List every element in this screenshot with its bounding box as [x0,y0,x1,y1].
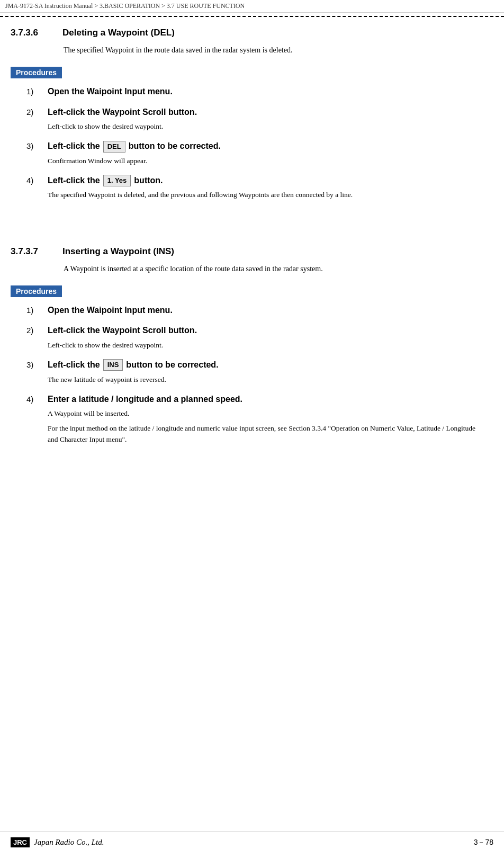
step-376-2-num: 2) [26,106,48,117]
section-377-desc: A Waypoint is inserted at a specific loc… [64,263,483,275]
step-377-2: 2) Left-click the Waypoint Scroll button… [26,325,483,351]
section-377-heading: 3.7.3.7 Inserting a Waypoint (INS) [11,246,483,257]
step-377-3-sub: The new latitude of waypoint is reversed… [48,374,483,385]
step-376-4: 4) Left-click the 1. Yes button. The spe… [26,175,483,201]
step-377-1: 1) Open the Waipoint Input menu. [26,305,483,316]
section-377-number: 3.7.3.7 [11,246,53,257]
step-376-3-suffix: button to be corrected. [129,140,221,152]
step-377-2-content: Left-click the Waypoint Scroll button. L… [48,325,483,351]
step-377-4-num: 4) [26,394,48,404]
step-376-2: 2) Left-click the Waypoint Scroll button… [26,106,483,132]
step-377-3-main: Left-click the INS button to be correcte… [48,359,483,371]
step-377-3: 3) Left-click the INS button to be corre… [26,359,483,385]
page-number: 3－78 [474,838,493,847]
step-376-2-content: Left-click the Waypoint Scroll button. L… [48,106,483,132]
section-376-number: 3.7.3.6 [11,28,53,38]
ins-button-inline[interactable]: INS [103,359,123,371]
section-376-desc: The specified Waypoint in the route data… [64,44,483,56]
step-376-4-num: 4) [26,175,48,185]
jrc-label: JRC [11,837,30,847]
step-376-1-num: 1) [26,86,48,96]
step-376-3-num: 3) [26,140,48,150]
step-376-4-prefix: Left-click the [48,175,100,186]
section-377-title: Inserting a Waypoint (INS) [62,246,174,257]
step-377-1-main: Open the Waipoint Input menu. [48,305,483,316]
step-376-2-main: Left-click the Waypoint Scroll button. [48,106,483,118]
step-376-3-prefix: Left-click the [48,140,100,152]
section-377-steps: 1) Open the Waipoint Input menu. 2) Left… [26,305,483,445]
breadcrumb: JMA-9172-SA Instruction Manual > 3.BASIC… [0,0,504,13]
step-376-2-sub: Left-click to show the desired waypoint. [48,121,483,132]
step-376-4-content: Left-click the 1. Yes button. The specif… [48,175,483,201]
step-376-4-main: Left-click the 1. Yes button. [48,175,483,186]
section-376-steps: 1) Open the Waipoint Input menu. 2) Left… [26,86,483,200]
step-377-1-num: 1) [26,305,48,315]
step-377-3-num: 3) [26,359,48,369]
footer-logo: JRC Japan Radio Co., Ltd. [11,837,104,847]
step-376-3-sub: Confirmation Window will appear. [48,156,483,166]
step-377-4: 4) Enter a latitude / longitude and a pl… [26,394,483,445]
procedures-badge-2: Procedures [11,285,62,297]
step-377-3-prefix: Left-click the [48,359,100,371]
step-377-3-content: Left-click the INS button to be correcte… [48,359,483,385]
section-376-heading: 3.7.3.6 Deleting a Waypoint (DEL) [11,28,483,38]
step-377-3-suffix: button to be corrected. [126,359,218,371]
step-376-4-sub: The specified Waypoint is deleted, and t… [48,190,483,200]
step-377-2-num: 2) [26,325,48,335]
procedures-badge-1: Procedures [11,67,62,78]
yes-button-inline[interactable]: 1. Yes [103,175,131,186]
step-376-3-main: Left-click the DEL button to be correcte… [48,140,483,152]
step-376-3-content: Left-click the DEL button to be correcte… [48,140,483,166]
step-376-3: 3) Left-click the DEL button to be corre… [26,140,483,166]
step-376-4-suffix: button. [134,175,163,186]
step-377-4-sub1: A Waypoint will be inserted. [48,408,483,419]
company-name: Japan Radio Co., Ltd. [34,838,104,847]
step-377-2-sub: Left-click to show the desired waypoint. [48,340,483,351]
step-377-4-content: Enter a latitude / longitude and a plann… [48,394,483,445]
section-376-title: Deleting a Waypoint (DEL) [62,28,175,38]
footer: JRC Japan Radio Co., Ltd. 3－78 [0,832,504,847]
del-button-inline[interactable]: DEL [103,141,125,153]
step-377-1-content: Open the Waipoint Input menu. [48,305,483,316]
step-376-1-main: Open the Waipoint Input menu. [48,86,483,97]
step-376-1: 1) Open the Waipoint Input menu. [26,86,483,97]
step-377-4-sub2: For the input method on the latitude / l… [48,423,483,445]
step-376-1-content: Open the Waipoint Input menu. [48,86,483,97]
step-377-4-main: Enter a latitude / longitude and a plann… [48,394,483,405]
step-377-2-main: Left-click the Waypoint Scroll button. [48,325,483,336]
